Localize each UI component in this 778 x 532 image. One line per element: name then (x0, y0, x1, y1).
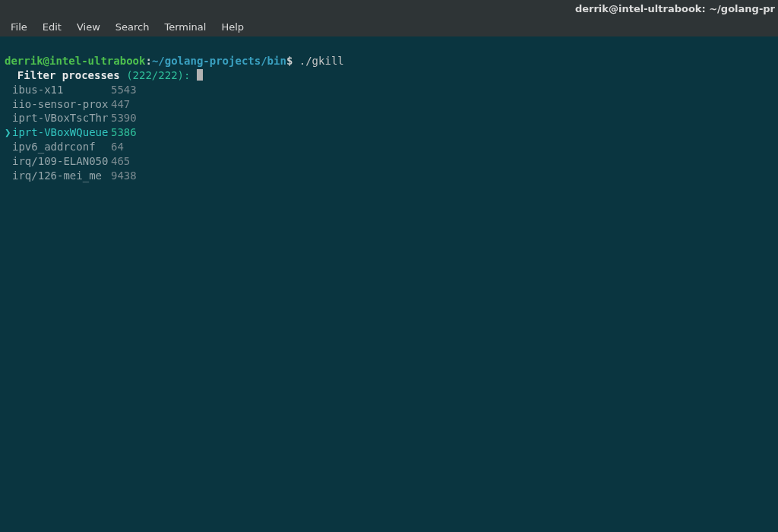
selection-caret (5, 140, 12, 154)
list-item[interactable]: ibus-x115543 (5, 83, 773, 97)
menu-search[interactable]: Search (109, 19, 156, 35)
menu-help[interactable]: Help (215, 19, 250, 35)
window-titlebar: derrik@intel-ultrabook: ~/golang-pr (0, 0, 778, 17)
selection-caret (5, 111, 12, 125)
process-pid: 9438 (111, 169, 137, 183)
window-title: derrik@intel-ultrabook: ~/golang-pr (575, 3, 775, 14)
process-pid: 5390 (111, 111, 137, 125)
menu-terminal[interactable]: Terminal (158, 19, 212, 35)
process-pid: 465 (111, 154, 130, 169)
process-pid: 5386 (111, 125, 137, 140)
terminal-output[interactable]: derrik@intel-ultrabook:~/golang-projects… (0, 36, 778, 201)
prompt-dollar: $ (286, 55, 293, 67)
selection-caret (5, 169, 12, 183)
selection-caret-icon: ❯ (5, 125, 12, 140)
menu-file[interactable]: File (5, 19, 33, 35)
selection-caret (5, 97, 12, 112)
process-name: irq/126-mei_me (12, 169, 111, 183)
list-item[interactable]: irq/126-mei_me9438 (5, 169, 773, 183)
prompt-user-host: derrik@intel-ultrabook (5, 55, 145, 67)
process-pid: 64 (111, 140, 124, 154)
process-name: irq/109-ELAN050 (12, 154, 111, 169)
process-name: ibus-x11 (12, 83, 111, 97)
list-item[interactable]: iprt-VBoxTscThr5390 (5, 111, 773, 125)
selection-caret (5, 154, 12, 169)
cursor-icon (197, 69, 203, 81)
menu-edit[interactable]: Edit (36, 19, 68, 35)
process-pid: 5543 (111, 83, 137, 97)
menubar: File Edit View Search Terminal Help (0, 17, 778, 36)
process-name: iprt-VBoxWQueue (12, 125, 111, 140)
prompt-colon: : (145, 55, 151, 67)
filter-label: Filter processes (17, 69, 120, 81)
process-name: ipv6_addrconf (12, 140, 111, 154)
command-text: ./gkill (299, 55, 344, 67)
process-name: iio-sensor-prox (12, 97, 111, 112)
selection-caret (5, 83, 12, 97)
process-pid: 447 (111, 97, 130, 112)
filter-count: (222/222): (126, 69, 190, 81)
list-item[interactable]: iio-sensor-prox447 (5, 97, 773, 112)
list-item[interactable]: ❯iprt-VBoxWQueue5386 (5, 125, 773, 140)
list-item[interactable]: irq/109-ELAN050465 (5, 154, 773, 169)
list-item[interactable]: ipv6_addrconf64 (5, 140, 773, 154)
menu-view[interactable]: View (71, 19, 106, 35)
prompt-path: ~/golang-projects/bin (152, 55, 286, 67)
process-name: iprt-VBoxTscThr (12, 111, 111, 125)
